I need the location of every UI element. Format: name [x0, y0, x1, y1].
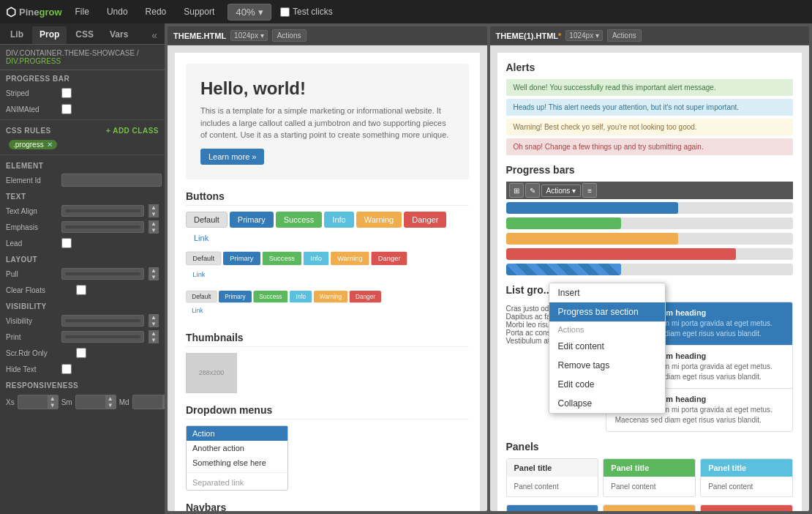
btn-link-2[interactable]: Link [186, 267, 212, 280]
right-preview-content[interactable]: Alerts Well done! You successfully read … [490, 45, 810, 511]
print-up[interactable]: ▲ [149, 330, 159, 337]
context-menu-insert[interactable]: Insert [549, 283, 665, 302]
toolbar-icon-edit[interactable]: ✎ [525, 183, 540, 198]
xs-value [18, 398, 48, 406]
left-px-selector[interactable]: 1024px ▾ [230, 30, 268, 41]
pull-down[interactable]: ▼ [149, 274, 159, 280]
context-menu-edit-code[interactable]: Edit code [549, 375, 665, 394]
panel-5-heading: Panel title [701, 505, 792, 511]
toolbar-actions-dropdown[interactable]: Actions ▾ [541, 185, 582, 197]
striped-checkbox[interactable] [61, 88, 72, 98]
right-progress-section: Progress bars ⊞ ✎ Actions ▾ ≡ [506, 164, 794, 275]
undo-btn[interactable]: Undo [102, 4, 132, 20]
context-menu-progress-bar-section[interactable]: Progress bar section [549, 302, 665, 321]
right-px-selector[interactable]: 1024px ▾ [565, 30, 603, 41]
visibility-label: Visibility [6, 317, 57, 325]
btn-success-3[interactable]: Success [253, 290, 288, 302]
right-actions-btn[interactable]: Actions [607, 29, 642, 42]
emphasis-down[interactable]: ▼ [149, 227, 159, 234]
clear-floats-checkbox[interactable] [76, 285, 86, 295]
btn-success-1[interactable]: Success [276, 212, 323, 228]
text-align-up[interactable]: ▲ [149, 204, 159, 211]
visibility-up[interactable]: ▲ [149, 314, 159, 321]
add-class-btn[interactable]: + Add Class [106, 127, 159, 135]
dropdown-item-0[interactable]: Action [187, 426, 287, 441]
btn-info-3[interactable]: Info [290, 290, 312, 302]
btn-primary-1[interactable]: Primary [230, 212, 274, 228]
xs-down[interactable]: ▼ [48, 402, 58, 409]
context-menu-edit-content[interactable]: Edit content [549, 337, 665, 356]
pb-fill-2 [506, 217, 621, 229]
pull-range[interactable] [61, 268, 144, 280]
redo-btn[interactable]: Redo [141, 4, 171, 20]
test-clicks-toggle[interactable]: Test clicks [280, 7, 333, 17]
btn-link-3[interactable]: Link [186, 304, 209, 316]
animated-checkbox[interactable] [61, 104, 72, 114]
zoom-selector[interactable]: 40% ▾ [228, 4, 271, 21]
layout-section-header: Layout [0, 251, 165, 266]
btn-danger-1[interactable]: Danger [404, 212, 446, 228]
btn-primary-3[interactable]: Primary [219, 290, 252, 302]
panel-4-heading: Panel title [604, 505, 695, 511]
btn-default-2[interactable]: Default [186, 251, 221, 265]
text-align-range[interactable] [61, 205, 144, 217]
print-down[interactable]: ▼ [149, 337, 159, 343]
context-menu-collapse[interactable]: Collapse [549, 394, 665, 413]
visibility-range[interactable] [61, 315, 144, 327]
emphasis-range[interactable] [61, 221, 144, 233]
btn-danger-2[interactable]: Danger [372, 251, 407, 265]
visibility-down[interactable]: ▼ [149, 321, 159, 327]
pull-up[interactable]: ▲ [149, 267, 159, 274]
panel-5: Panel title Panel content [700, 504, 793, 511]
tab-lib[interactable]: Lib [3, 26, 31, 44]
btn-primary-2[interactable]: Primary [223, 251, 260, 265]
print-range[interactable] [61, 331, 144, 343]
hero-learn-more-btn[interactable]: Learn more » [200, 149, 264, 165]
xs-input[interactable]: ▲ ▼ [18, 395, 59, 409]
scr-rdr-checkbox[interactable] [76, 348, 86, 358]
md-input[interactable]: ▲ ▼ [132, 395, 165, 409]
support-menu[interactable]: Support [179, 4, 219, 20]
file-menu[interactable]: File [71, 4, 94, 20]
left-actions-btn[interactable]: Actions [272, 29, 307, 42]
btn-danger-3[interactable]: Danger [350, 290, 382, 302]
btn-link-1[interactable]: Link [186, 230, 217, 246]
btn-warning-3[interactable]: Warning [314, 290, 348, 302]
emphasis-up[interactable]: ▲ [149, 220, 159, 227]
tab-css[interactable]: CSS [68, 26, 101, 44]
sm-up[interactable]: ▲ [105, 395, 116, 402]
test-clicks-checkbox[interactable] [280, 7, 290, 17]
tab-prop[interactable]: Prop [32, 26, 67, 44]
element-id-input[interactable] [61, 174, 162, 187]
right-preview-inner: Alerts Well done! You successfully read … [497, 53, 802, 511]
text-align-down[interactable]: ▼ [149, 211, 159, 217]
left-preview-content[interactable]: Hello, world! This is a template for a s… [168, 45, 487, 511]
toolbar-icon-list[interactable]: ≡ [582, 183, 597, 198]
dropdown-item-3[interactable]: Separated link [187, 475, 287, 490]
remove-css-tag-btn[interactable]: ✕ [47, 141, 53, 149]
btn-default-3[interactable]: Default [186, 290, 217, 302]
panel-2: Panel title Panel content [700, 458, 793, 497]
thumbnails-title: Thumbnails [186, 332, 469, 347]
chevron-down-icon: ▾ [258, 7, 263, 18]
btn-warning-1[interactable]: Warning [356, 212, 402, 228]
toolbar-icon-copy[interactable]: ⊞ [509, 183, 524, 198]
dropdown-item-2[interactable]: Something else here [187, 455, 287, 470]
sm-down[interactable]: ▼ [105, 402, 116, 409]
hide-text-checkbox[interactable] [61, 364, 72, 374]
left-file-name: THEME.HTML [173, 31, 226, 40]
btn-info-2[interactable]: Info [304, 251, 328, 265]
xs-up[interactable]: ▲ [48, 395, 58, 402]
sm-input[interactable]: ▲ ▼ [75, 395, 116, 409]
lead-checkbox[interactable] [61, 238, 72, 248]
btn-info-1[interactable]: Info [324, 212, 353, 228]
tab-vars[interactable]: Vars [102, 26, 135, 44]
sidebar-collapse-btn[interactable]: « [147, 26, 162, 44]
btn-warning-2[interactable]: Warning [331, 251, 369, 265]
right-panels-section: Panels Panel title Panel content Panel t… [506, 441, 794, 511]
dropdown-item-1[interactable]: Another action [187, 441, 287, 455]
element-id-row: Element Id [0, 172, 165, 188]
btn-default-1[interactable]: Default [186, 212, 228, 228]
btn-success-2[interactable]: Success [262, 251, 301, 265]
context-menu-remove-tags[interactable]: Remove tags [549, 356, 665, 375]
